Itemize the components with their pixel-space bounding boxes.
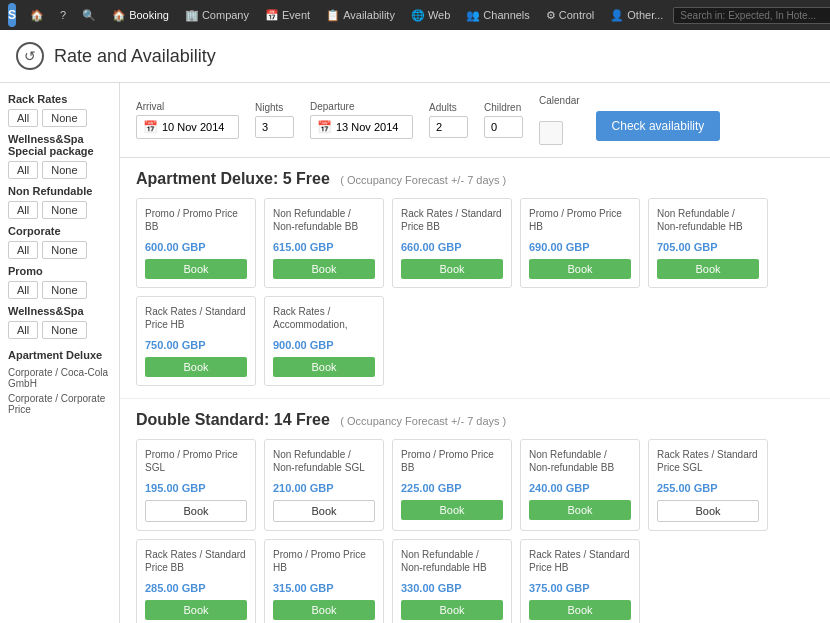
- nav-availability[interactable]: 📋 Availability: [320, 7, 401, 24]
- sidebar-non-refundable-all[interactable]: All: [8, 201, 38, 219]
- price-amount-1-4: 255.00 GBP: [657, 482, 759, 494]
- price-card-0-0: Promo / Promo Price BB600.00 GBPBook: [136, 198, 256, 288]
- sidebar: Rack Rates All None Wellness&Spa Special…: [0, 83, 120, 623]
- sidebar-wellness-spa-special-none[interactable]: None: [42, 161, 86, 179]
- price-card-0-2: Rack Rates / Standard Price BB660.00 GBP…: [392, 198, 512, 288]
- price-card-title-1-3: Non Refundable / Non-refundable BB: [529, 448, 631, 476]
- book-button-1-5[interactable]: Book: [145, 600, 247, 620]
- book-button-0-1[interactable]: Book: [273, 259, 375, 279]
- content-area: Arrival 📅 Nights Departure 📅: [120, 83, 830, 623]
- sidebar-wellness-spa-special-all[interactable]: All: [8, 161, 38, 179]
- sidebar-wellness-spa-all[interactable]: All: [8, 321, 38, 339]
- sidebar-wellness-spa-none[interactable]: None: [42, 321, 86, 339]
- sidebar-promo-buttons: All None: [8, 281, 111, 299]
- arrival-input[interactable]: [162, 121, 232, 133]
- nav-booking[interactable]: 🏠 Booking: [106, 7, 175, 24]
- sidebar-rack-rates-title: Rack Rates: [8, 93, 111, 105]
- sidebar-section-promo: Promo All None: [8, 265, 111, 299]
- price-amount-1-3: 240.00 GBP: [529, 482, 631, 494]
- price-card-1-3: Non Refundable / Non-refundable BB240.00…: [520, 439, 640, 531]
- price-card-0-1: Non Refundable / Non-refundable BB615.00…: [264, 198, 384, 288]
- price-amount-1-2: 225.00 GBP: [401, 482, 503, 494]
- book-button-0-5[interactable]: Book: [145, 357, 247, 377]
- sidebar-corporate-all[interactable]: All: [8, 241, 38, 259]
- price-card-1-5: Rack Rates / Standard Price BB285.00 GBP…: [136, 539, 256, 623]
- nights-input-wrapper[interactable]: [255, 116, 294, 138]
- sidebar-non-refundable-none[interactable]: None: [42, 201, 86, 219]
- price-amount-0-4: 705.00 GBP: [657, 241, 759, 253]
- nav-company[interactable]: 🏢 Company: [179, 7, 255, 24]
- sidebar-room-title: Apartment Deluxe: [8, 349, 111, 361]
- book-button-0-2[interactable]: Book: [401, 259, 503, 279]
- calendar-toggle[interactable]: [539, 121, 563, 145]
- book-button-1-6[interactable]: Book: [273, 600, 375, 620]
- adults-input[interactable]: [436, 121, 461, 133]
- nav-search-input[interactable]: [673, 7, 830, 24]
- price-amount-1-1: 210.00 GBP: [273, 482, 375, 494]
- book-button-0-4[interactable]: Book: [657, 259, 759, 279]
- page-header-icon: ↺: [16, 42, 44, 70]
- sidebar-non-refundable-buttons: All None: [8, 201, 111, 219]
- calendar-label: Calendar: [539, 95, 580, 106]
- children-input[interactable]: [491, 121, 516, 133]
- price-card-1-8: Rack Rates / Standard Price HB375.00 GBP…: [520, 539, 640, 623]
- children-input-wrapper[interactable]: [484, 116, 523, 138]
- adults-input-wrapper[interactable]: [429, 116, 468, 138]
- nav-event[interactable]: 📅 Event: [259, 7, 316, 24]
- departure-input-wrapper[interactable]: 📅: [310, 115, 413, 139]
- app-logo: S: [8, 3, 16, 27]
- sidebar-room-item-0[interactable]: Corporate / Coca-Cola GmbH: [8, 365, 111, 391]
- nav-help[interactable]: ?: [54, 7, 72, 23]
- sidebar-room-section: Apartment Deluxe Corporate / Coca-Cola G…: [8, 349, 111, 417]
- nights-input[interactable]: [262, 121, 287, 133]
- book-button-1-2[interactable]: Book: [401, 500, 503, 520]
- room-section-0: Apartment Deluxe: 5 Free ( Occupancy For…: [120, 158, 830, 399]
- sidebar-wellness-spa-special-buttons: All None: [8, 161, 111, 179]
- book-button-1-0[interactable]: Book: [145, 500, 247, 522]
- sidebar-rack-rates-all[interactable]: All: [8, 109, 38, 127]
- book-button-1-1[interactable]: Book: [273, 500, 375, 522]
- price-card-title-1-0: Promo / Promo Price SGL: [145, 448, 247, 476]
- nav-channels[interactable]: 👥 Channels: [460, 7, 535, 24]
- arrival-field-group: Arrival 📅: [136, 101, 239, 139]
- sidebar-promo-none[interactable]: None: [42, 281, 86, 299]
- page-header: ↺ Rate and Availability: [0, 30, 830, 83]
- price-card-title-1-7: Non Refundable / Non-refundable HB: [401, 548, 503, 576]
- sidebar-promo-title: Promo: [8, 265, 111, 277]
- sidebar-section-wellness-spa-special: Wellness&Spa Special package All None: [8, 133, 111, 179]
- sidebar-section-wellness-spa: Wellness&Spa All None: [8, 305, 111, 339]
- rooms-container: Apartment Deluxe: 5 Free ( Occupancy For…: [120, 158, 830, 623]
- nav-other[interactable]: 👤 Other...: [604, 7, 669, 24]
- sidebar-rack-rates-none[interactable]: None: [42, 109, 86, 127]
- nav-search-icon[interactable]: 🔍: [76, 7, 102, 24]
- book-button-0-6[interactable]: Book: [273, 357, 375, 377]
- price-card-title-1-1: Non Refundable / Non-refundable SGL: [273, 448, 375, 476]
- price-cards-0: Promo / Promo Price BB600.00 GBPBookNon …: [136, 198, 814, 386]
- departure-input[interactable]: [336, 121, 406, 133]
- book-button-1-8[interactable]: Book: [529, 600, 631, 620]
- price-card-title-1-5: Rack Rates / Standard Price BB: [145, 548, 247, 576]
- book-button-0-3[interactable]: Book: [529, 259, 631, 279]
- nav-control[interactable]: ⚙ Control: [540, 7, 600, 24]
- book-button-1-4[interactable]: Book: [657, 500, 759, 522]
- arrival-input-wrapper[interactable]: 📅: [136, 115, 239, 139]
- sidebar-section-corporate: Corporate All None: [8, 225, 111, 259]
- book-button-1-3[interactable]: Book: [529, 500, 631, 520]
- price-card-1-0: Promo / Promo Price SGL195.00 GBPBook: [136, 439, 256, 531]
- sidebar-promo-all[interactable]: All: [8, 281, 38, 299]
- price-card-title-1-4: Rack Rates / Standard Price SGL: [657, 448, 759, 476]
- search-bar: Arrival 📅 Nights Departure 📅: [120, 83, 830, 158]
- price-card-title-1-2: Promo / Promo Price BB: [401, 448, 503, 476]
- nav-web[interactable]: 🌐 Web: [405, 7, 456, 24]
- nav-home[interactable]: 🏠: [24, 7, 50, 24]
- departure-field-group: Departure 📅: [310, 101, 413, 139]
- sidebar-wellness-spa-buttons: All None: [8, 321, 111, 339]
- price-card-title-0-0: Promo / Promo Price BB: [145, 207, 247, 235]
- sidebar-room-item-1[interactable]: Corporate / Corporate Price: [8, 391, 111, 417]
- price-card-1-1: Non Refundable / Non-refundable SGL210.0…: [264, 439, 384, 531]
- sidebar-corporate-none[interactable]: None: [42, 241, 86, 259]
- book-button-1-7[interactable]: Book: [401, 600, 503, 620]
- sidebar-rack-rates-buttons: All None: [8, 109, 111, 127]
- check-availability-button[interactable]: Check availability: [596, 111, 721, 141]
- book-button-0-0[interactable]: Book: [145, 259, 247, 279]
